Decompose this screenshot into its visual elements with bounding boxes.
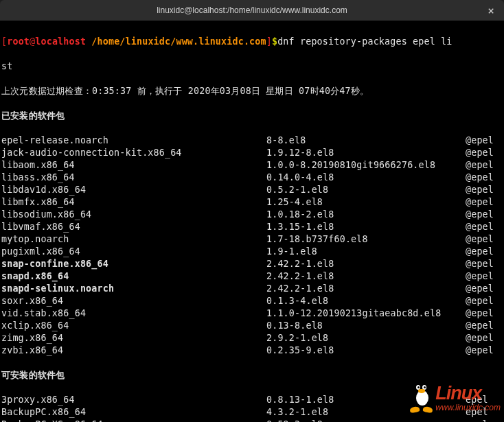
package-repo: epel <box>466 406 503 419</box>
package-version: 0.1.3-4.el8 <box>266 295 466 307</box>
package-repo: epel <box>466 419 503 422</box>
package-version: 2.9.2-1.el8 <box>266 332 466 344</box>
package-repo: @epel <box>466 134 503 147</box>
package-row: pugixml.x86_641.9-1.el8@epel <box>1 246 503 258</box>
bracket-open: [ <box>1 36 7 47</box>
package-row: 3proxy.x86_640.8.13-1.el8epel <box>1 394 503 406</box>
package-repo: @epel <box>466 332 503 344</box>
package-version: 2.42.2-1.el8 <box>266 258 466 270</box>
prompt-path: /home/linuxidc/www.linuxidc.com <box>91 36 266 47</box>
package-name: zvbi.x86_64 <box>1 344 266 357</box>
package-repo: @epel <box>466 221 503 233</box>
package-name: snapd.x86_64 <box>1 270 266 283</box>
prompt-user: root <box>7 36 30 47</box>
package-version: 0.14.0-4.el8 <box>266 172 466 184</box>
package-repo: @epel <box>466 209 503 221</box>
package-version: 1.9-1.el8 <box>266 246 466 258</box>
package-row: xclip.x86_640.13-8.el8@epel <box>1 320 503 332</box>
package-version: 0.5.2-1.el8 <box>266 184 466 196</box>
package-row: snapd-selinux.noarch2.42.2-1.el8@epel <box>1 283 503 295</box>
package-name: xclip.x86_64 <box>1 320 266 332</box>
package-repo: @epel <box>466 344 503 357</box>
package-version: 1.9.12-8.el8 <box>266 147 466 159</box>
package-version: 8-8.el8 <box>266 134 466 147</box>
package-version: 0.13-8.el8 <box>266 320 466 332</box>
package-repo: @epel <box>466 172 503 184</box>
package-repo: @epel <box>466 270 503 283</box>
package-row: jack-audio-connection-kit.x86_641.9.12-8… <box>1 147 503 159</box>
package-name: libass.x86_64 <box>1 172 266 184</box>
package-row: zimg.x86_642.9.2-1.el8@epel <box>1 332 503 344</box>
package-row: mytop.noarch1.7-18.b737f60.el8@epel <box>1 233 503 246</box>
package-name: jack-audio-connection-kit.x86_64 <box>1 147 266 159</box>
close-icon[interactable]: × <box>485 4 497 16</box>
package-name: libsodium.x86_64 <box>1 209 266 221</box>
package-repo: @epel <box>466 184 503 196</box>
package-repo: @epel <box>466 320 503 332</box>
package-row: libaom.x86_641.0.0-8.20190810git9666276.… <box>1 159 503 172</box>
package-name: snap-confine.x86_64 <box>1 258 266 270</box>
package-row: zvbi.x86_640.2.35-9.el8@epel <box>1 344 503 357</box>
package-row: BackupPC-XS.x86_640.59-3.el8epel <box>1 419 503 422</box>
package-version: 1.7-18.b737f60.el8 <box>266 233 466 246</box>
package-name: snapd-selinux.noarch <box>1 283 266 295</box>
package-name: libvmaf.x86_64 <box>1 221 266 233</box>
package-version: 0.2.35-9.el8 <box>266 344 466 357</box>
package-name: pugixml.x86_64 <box>1 246 266 258</box>
package-row: libvmaf.x86_641.3.15-1.el8@epel <box>1 221 503 233</box>
package-name: 3proxy.x86_64 <box>1 394 266 406</box>
package-name: soxr.x86_64 <box>1 295 266 307</box>
installed-header: 已安装的软件包 <box>1 110 503 122</box>
package-name: libdav1d.x86_64 <box>1 184 266 196</box>
package-repo: @epel <box>466 233 503 246</box>
bracket-close: ] <box>266 36 272 47</box>
package-repo: @epel <box>466 258 503 270</box>
package-name: libmfx.x86_64 <box>1 196 266 209</box>
package-version: 2.42.2-1.el8 <box>266 283 466 295</box>
package-row: vid.stab.x86_641.1.0-12.20190213gitaeabc… <box>1 307 503 320</box>
package-name: vid.stab.x86_64 <box>1 307 266 320</box>
package-repo: epel <box>466 394 503 406</box>
package-name: BackupPC-XS.x86_64 <box>1 419 266 422</box>
package-version: 1.25-4.el8 <box>266 196 466 209</box>
window-title: linuxidc@localhost:/home/linuxidc/www.li… <box>157 5 347 15</box>
prompt-hash: $ <box>272 36 277 47</box>
package-row: snap-confine.x86_642.42.2-1.el8@epel <box>1 258 503 270</box>
package-row: libass.x86_640.14.0-4.el8@epel <box>1 172 503 184</box>
package-repo: @epel <box>466 147 503 159</box>
prompt-host: localhost <box>35 36 86 47</box>
package-version: 1.1.0-12.20190213gitaeabc8d.el8 <box>266 307 466 320</box>
package-row: BackupPC.x86_644.3.2-1.el8epel <box>1 406 503 419</box>
package-row: snapd.x86_642.42.2-1.el8@epel <box>1 270 503 283</box>
package-version: 4.3.2-1.el8 <box>266 406 466 419</box>
package-row: soxr.x86_640.1.3-4.el8@epel <box>1 295 503 307</box>
package-name: epel-release.noarch <box>1 134 266 147</box>
package-row: epel-release.noarch8-8.el8@epel <box>1 134 503 147</box>
package-repo: @epel <box>466 196 503 209</box>
package-row: libdav1d.x86_640.5.2-1.el8@epel <box>1 184 503 196</box>
prompt-line: [root@localhost /home/linuxidc/www.linux… <box>1 36 503 48</box>
package-version: 0.59-3.el8 <box>266 419 466 422</box>
package-version: 1.3.15-1.el8 <box>266 221 466 233</box>
package-version: 0.8.13-1.el8 <box>266 394 466 406</box>
package-name: libaom.x86_64 <box>1 159 266 172</box>
package-repo: @epel <box>466 295 503 307</box>
package-row: libmfx.x86_641.25-4.el8@epel <box>1 196 503 209</box>
command-wrap-line: st <box>1 60 503 73</box>
package-name: zimg.x86_64 <box>1 332 266 344</box>
package-name: BackupPC.x86_64 <box>1 406 266 419</box>
package-name: mytop.noarch <box>1 233 266 246</box>
package-repo: @epel <box>466 307 503 320</box>
command-text: dnf repository-packages epel li <box>277 36 452 47</box>
package-repo: @epel <box>466 283 503 295</box>
package-version: 1.0.18-2.el8 <box>266 209 466 221</box>
package-row: libsodium.x86_641.0.18-2.el8@epel <box>1 209 503 221</box>
terminal-output[interactable]: [root@localhost /home/linuxidc/www.linux… <box>0 21 504 422</box>
available-header: 可安装的软件包 <box>1 369 503 382</box>
titlebar: linuxidc@localhost:/home/linuxidc/www.li… <box>0 0 504 21</box>
package-repo: @epel <box>466 246 503 258</box>
package-version: 2.42.2-1.el8 <box>266 270 466 283</box>
package-repo: @epel <box>466 159 503 172</box>
meta-line: 上次元数据过期检查：0:35:37 前，执行于 2020年03月08日 星期日 … <box>1 85 503 97</box>
package-version: 1.0.0-8.20190810git9666276.el8 <box>266 159 466 172</box>
